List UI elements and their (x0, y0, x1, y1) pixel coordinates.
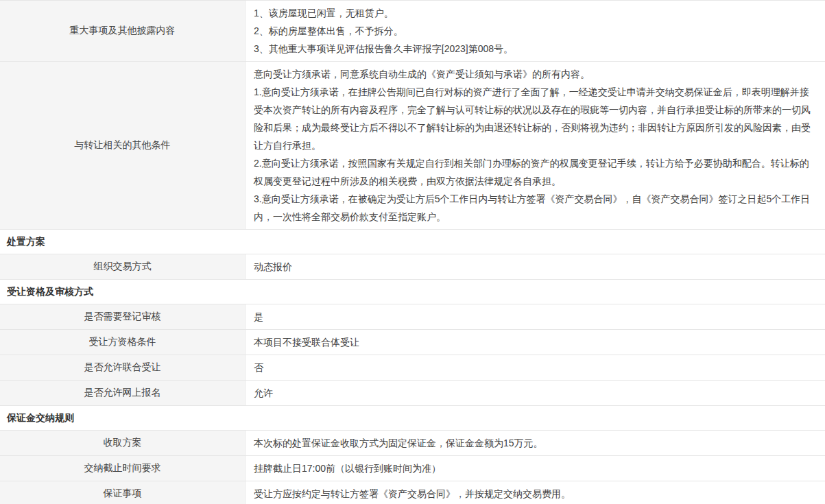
table-row-guarantee-matters: 保证事项 受让方应按约定与转让方签署《资产交易合同》，并按规定交纳交易费用。 (0, 481, 825, 504)
row-value: 动态报价 (246, 254, 825, 279)
condition-paragraph: 1.意向受让方须承诺，在挂牌公告期间已自行对标的资产进行了全面了解，一经递交受让… (254, 83, 811, 154)
row-value: 1、该房屋现已闲置，无租赁户。 2、标的房屋整体出售，不予拆分。 3、其他重大事… (246, 1, 825, 61)
row-label: 与转让相关的其他条件 (0, 62, 246, 229)
table-row-online-registration-allowed: 是否允许网上报名 允许 (0, 381, 825, 406)
table-row-other-transfer-conditions: 与转让相关的其他条件 意向受让方须承诺，同意系统自动生成的《资产受让须知与承诺》… (0, 62, 825, 230)
table-row-deposit-collection-plan: 收取方案 本次标的处置保证金收取方式为固定保证金，保证金金额为15万元。 (0, 431, 825, 456)
row-value: 意向受让方须承诺，同意系统自动生成的《资产受让须知与承诺》的所有内容。 1.意向… (246, 62, 825, 229)
table-row-major-disclosure: 重大事项及其他披露内容 1、该房屋现已闲置，无租赁户。 2、标的房屋整体出售，不… (0, 1, 825, 62)
table-row-trading-method: 组织交易方式 动态报价 (0, 254, 825, 280)
table-row-deposit-deadline: 交纳截止时间要求 挂牌截止日17:00前（以银行到账时间为准） (0, 456, 825, 481)
section-header-transferee-qualification: 受让资格及审核方式 (0, 280, 825, 304)
row-label: 保证事项 (0, 481, 246, 504)
row-value: 是 (246, 304, 825, 329)
row-value: 受让方应按约定与转让方签署《资产交易合同》，并按规定交纳交易费用。 (246, 481, 825, 504)
listing-detail-table: 重大事项及其他披露内容 1、该房屋现已闲置，无租赁户。 2、标的房屋整体出售，不… (0, 0, 825, 504)
table-row-registration-review-required: 是否需要登记审核 是 (0, 304, 825, 330)
row-label: 是否需要登记审核 (0, 304, 246, 329)
table-row-joint-transfer-allowed: 是否允许联合受让 否 (0, 355, 825, 381)
disclosure-line: 3、其他重大事项详见评估报告鲁久丰评报字[2023]第008号。 (254, 40, 811, 58)
disclosure-line: 2、标的房屋整体出售，不予拆分。 (254, 22, 811, 40)
table-row-transferee-qualification-conditions: 受让方资格条件 本项目不接受联合体受让 (0, 330, 825, 355)
section-header-deposit-rules: 保证金交纳规则 (0, 406, 825, 431)
row-label: 受让方资格条件 (0, 330, 246, 355)
row-label: 重大事项及其他披露内容 (0, 1, 246, 61)
row-label: 组织交易方式 (0, 254, 246, 279)
disclosure-line: 1、该房屋现已闲置，无租赁户。 (254, 4, 811, 22)
section-header-disposal-plan: 处置方案 (0, 230, 825, 254)
row-value: 本项目不接受联合体受让 (246, 330, 825, 355)
row-value: 本次标的处置保证金收取方式为固定保证金，保证金金额为15万元。 (246, 431, 825, 455)
row-label: 收取方案 (0, 431, 246, 455)
condition-paragraph: 2.意向受让方须承诺，按照国家有关规定自行到相关部门办理标的资产的权属变更登记手… (254, 154, 811, 190)
row-value: 否 (246, 355, 825, 380)
row-label: 是否允许联合受让 (0, 355, 246, 380)
condition-paragraph: 意向受让方须承诺，同意系统自动生成的《资产受让须知与承诺》的所有内容。 (254, 65, 811, 83)
row-value: 挂牌截止日17:00前（以银行到账时间为准） (246, 456, 825, 481)
row-label: 是否允许网上报名 (0, 381, 246, 405)
row-value: 允许 (246, 381, 825, 405)
condition-paragraph: 3.意向受让方须承诺，在被确定为受让方后5个工作日内与转让方签署《资产交易合同》… (254, 190, 811, 226)
row-label: 交纳截止时间要求 (0, 456, 246, 481)
